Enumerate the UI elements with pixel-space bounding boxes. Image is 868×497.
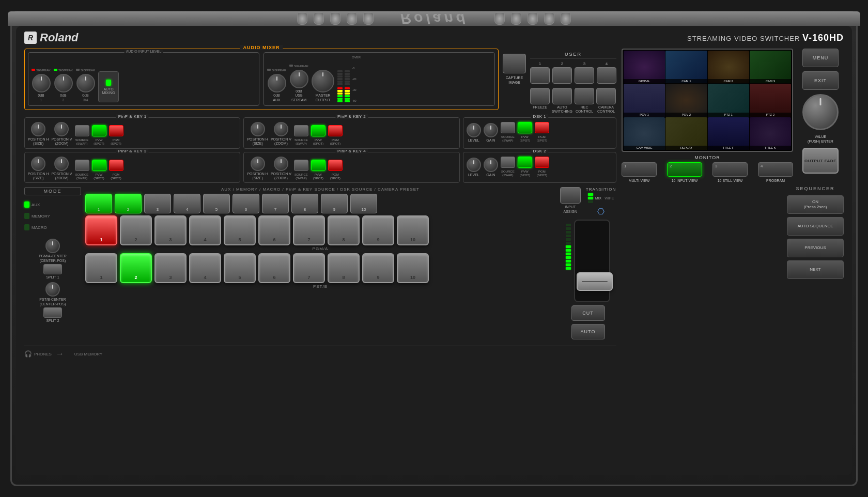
pinp1-pvw-button[interactable] (92, 125, 106, 136)
pgma-btn-6[interactable]: 6 (258, 215, 290, 245)
pinp1-source-button[interactable] (75, 125, 89, 136)
pinp2-pvw-button[interactable] (311, 125, 326, 136)
channel-34-knob[interactable] (76, 74, 95, 92)
master-output-knob[interactable] (312, 70, 334, 92)
dsk2-gain-knob[interactable] (484, 158, 498, 172)
matrix-btn-aux-1[interactable]: 1 (85, 194, 112, 213)
user-button-1[interactable] (530, 67, 550, 84)
pgma-center-knob[interactable] (45, 239, 60, 253)
usb-stream-knob[interactable] (290, 70, 308, 88)
channel-1-knob[interactable] (32, 74, 51, 92)
auto-mixing-button[interactable]: AUTOMIXING (98, 71, 119, 102)
next-button[interactable]: NEXT (787, 260, 844, 279)
capture-image-button[interactable] (503, 54, 526, 73)
pinp2-pgm-button[interactable] (328, 125, 343, 136)
dsk1-source-button[interactable] (501, 122, 515, 133)
pinp3-position-v-knob[interactable] (54, 157, 69, 171)
pinp2-source-button[interactable] (294, 125, 308, 136)
user-button-2[interactable] (552, 67, 572, 84)
matrix-btn-aux-3[interactable]: 3 (144, 194, 171, 213)
pstb-btn-7[interactable]: 7 (293, 253, 325, 283)
pstb-center-knob[interactable] (45, 282, 60, 297)
matrix-btn-aux-6[interactable]: 6 (233, 194, 259, 213)
tbar-fader[interactable] (574, 220, 610, 302)
input-assign-button[interactable] (560, 187, 581, 204)
auto-switching-button[interactable] (552, 88, 572, 104)
matrix-btn-aux-5[interactable]: 5 (203, 194, 230, 213)
pgma-btn-2[interactable]: 2 (120, 215, 152, 245)
pinp-key-3-title: PinP & KEY 3 (116, 149, 149, 153)
auto-sequence-button[interactable]: AUTO SEQUENCE (787, 217, 844, 236)
pstb-btn-1[interactable]: 1 (85, 253, 117, 283)
pgma-btn-7[interactable]: 7 (293, 215, 325, 245)
pinp3-pgm-button[interactable] (109, 160, 123, 171)
sequencer-on-button[interactable]: ON(Press 2sec) (787, 195, 844, 214)
pinp4-position-h-knob[interactable] (251, 157, 265, 171)
matrix-btn-aux-7[interactable]: 7 (262, 194, 289, 213)
pgma-btn-8[interactable]: 8 (328, 215, 360, 245)
dsk1-level-knob[interactable] (467, 123, 481, 137)
dsk2-source-button[interactable] (501, 157, 515, 168)
matrix-btn-aux-8[interactable]: 8 (291, 194, 318, 213)
dsk2-level-knob[interactable] (467, 158, 481, 172)
pgma-btn-4[interactable]: 4 (189, 215, 221, 245)
cut-button[interactable]: CUT (571, 305, 605, 321)
matrix-btn-aux-2[interactable]: 2 (115, 194, 142, 213)
rec-control-button[interactable] (575, 88, 594, 104)
matrix-btn-aux-10[interactable]: 10 (350, 194, 377, 213)
dsk2-pgm-button[interactable] (535, 157, 549, 168)
pstb-btn-4[interactable]: 4 (189, 253, 221, 283)
camera-control-button[interactable] (596, 88, 616, 104)
freeze-button[interactable] (530, 88, 550, 104)
aux-knob[interactable] (268, 74, 286, 92)
auto-button[interactable]: AUTO (571, 324, 605, 339)
pstb-btn-2[interactable]: 2 (120, 253, 152, 283)
monitor-num-4: 4 (761, 164, 763, 168)
dsk2-pvw-button[interactable] (518, 157, 532, 168)
pstb-btn-10[interactable]: 10 (397, 253, 429, 283)
pstb-btn-8[interactable]: 8 (328, 253, 360, 283)
monitor-button-2[interactable]: 2 (667, 162, 702, 177)
pgma-btn-3[interactable]: 3 (154, 215, 187, 245)
pinp1-pgm-button[interactable] (109, 125, 123, 136)
pgma-btn-9[interactable]: 9 (362, 215, 394, 245)
exit-button[interactable]: EXIT (802, 71, 839, 90)
pinp1-position-h-knob[interactable] (31, 122, 45, 136)
dsk1-gain-knob[interactable] (484, 123, 498, 137)
matrix-btn-aux-9[interactable]: 9 (321, 194, 348, 213)
tbar-led-active (566, 249, 571, 252)
pstb-btn-9[interactable]: 9 (362, 253, 394, 283)
tbar-handle[interactable] (577, 272, 613, 291)
user-button-4[interactable] (597, 67, 616, 84)
pinp1-position-v-knob[interactable] (54, 122, 69, 136)
pinp2-position-v-knob[interactable] (274, 122, 288, 136)
dsk1-pgm-button[interactable] (535, 122, 549, 133)
monitor-button-3[interactable]: 3 (712, 162, 748, 177)
value-knob[interactable] (802, 94, 839, 130)
pstb-btn-3[interactable]: 3 (154, 253, 187, 283)
pinp4-position-v-knob[interactable] (274, 157, 288, 171)
pgma-btn-1[interactable]: 1 (85, 215, 117, 245)
matrix-btn-aux-4[interactable]: 4 (174, 194, 200, 213)
pinp3-source-button[interactable] (75, 160, 89, 171)
pstb-btn-6[interactable]: 6 (258, 253, 290, 283)
pinp4-pgm-button[interactable] (328, 160, 343, 171)
split-1-button[interactable] (43, 264, 62, 274)
user-button-3[interactable] (575, 67, 594, 84)
channel-2-knob[interactable] (54, 74, 73, 92)
split-2-button[interactable] (43, 307, 62, 318)
previous-button[interactable]: PREVIOUS (787, 239, 844, 257)
monitor-button-1[interactable]: 1 (622, 162, 657, 177)
output-fade-button[interactable]: OUTPUT FADE (802, 148, 839, 174)
pinp3-pvw-button[interactable] (92, 160, 106, 171)
pstb-btn-5[interactable]: 5 (224, 253, 256, 283)
pgma-btn-5[interactable]: 5 (224, 215, 256, 245)
monitor-button-4[interactable]: 4 (758, 162, 793, 177)
pinp3-position-h-knob[interactable] (31, 157, 45, 171)
pinp4-pvw-button[interactable] (311, 160, 326, 171)
pgma-btn-10[interactable]: 10 (397, 215, 429, 245)
pinp2-position-h-knob[interactable] (251, 122, 265, 136)
pinp4-source-button[interactable] (294, 160, 308, 171)
menu-button[interactable]: MENU (802, 49, 839, 67)
dsk1-pvw-button[interactable] (518, 122, 532, 133)
